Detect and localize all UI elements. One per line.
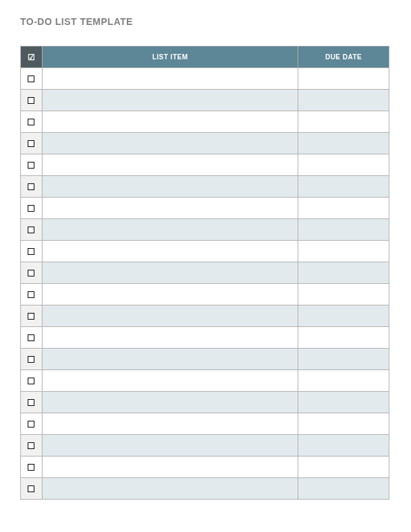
table-row	[21, 392, 389, 413]
cell-list-item[interactable]	[42, 241, 298, 262]
cell-list-item[interactable]	[42, 392, 298, 413]
cell-checkbox[interactable]	[21, 68, 43, 90]
cell-list-item[interactable]	[42, 327, 298, 349]
cell-list-item[interactable]	[42, 219, 298, 241]
cell-list-item[interactable]	[42, 478, 298, 500]
cell-checkbox[interactable]	[21, 478, 43, 500]
cell-list-item[interactable]	[42, 262, 298, 284]
table-row	[21, 219, 389, 241]
table-row	[21, 68, 389, 90]
cell-checkbox[interactable]	[21, 327, 43, 349]
cell-due-date[interactable]	[298, 241, 389, 262]
cell-list-item[interactable]	[42, 176, 298, 198]
checkbox-icon[interactable]	[28, 97, 34, 104]
cell-due-date[interactable]	[298, 176, 389, 198]
checkbox-icon[interactable]	[28, 356, 34, 363]
cell-due-date[interactable]	[298, 435, 389, 456]
cell-checkbox[interactable]	[21, 305, 43, 327]
checkbox-icon[interactable]	[28, 421, 34, 427]
cell-due-date[interactable]	[298, 349, 389, 370]
cell-checkbox[interactable]	[21, 198, 43, 219]
cell-due-date[interactable]	[298, 327, 389, 349]
cell-due-date[interactable]	[298, 198, 389, 219]
cell-due-date[interactable]	[298, 413, 389, 435]
cell-checkbox[interactable]	[21, 456, 43, 478]
checkbox-icon[interactable]	[28, 399, 34, 406]
checkbox-icon[interactable]	[28, 291, 34, 298]
cell-list-item[interactable]	[42, 456, 298, 478]
checkbox-icon[interactable]	[28, 378, 34, 384]
checkbox-icon[interactable]	[28, 183, 34, 190]
cell-list-item[interactable]	[42, 349, 298, 370]
cell-list-item[interactable]	[42, 284, 298, 305]
cell-due-date[interactable]	[298, 111, 389, 133]
table-row	[21, 262, 389, 284]
checkbox-icon[interactable]	[28, 248, 34, 255]
cell-checkbox[interactable]	[21, 349, 43, 370]
cell-checkbox[interactable]	[21, 435, 43, 456]
checkmark-icon: ☑	[28, 53, 36, 61]
cell-due-date[interactable]	[298, 305, 389, 327]
cell-checkbox[interactable]	[21, 90, 43, 111]
cell-due-date[interactable]	[298, 154, 389, 176]
cell-checkbox[interactable]	[21, 370, 43, 392]
checkbox-icon[interactable]	[28, 334, 34, 341]
cell-list-item[interactable]	[42, 413, 298, 435]
table-row	[21, 435, 389, 456]
cell-due-date[interactable]	[298, 219, 389, 241]
cell-checkbox[interactable]	[21, 219, 43, 241]
cell-list-item[interactable]	[42, 370, 298, 392]
checkbox-icon[interactable]	[28, 162, 34, 169]
cell-checkbox[interactable]	[21, 241, 43, 262]
table-row	[21, 133, 389, 154]
checkbox-icon[interactable]	[28, 485, 34, 492]
checkbox-icon[interactable]	[28, 464, 34, 471]
cell-checkbox[interactable]	[21, 154, 43, 176]
todo-table: ☑ LIST ITEM DUE DATE	[20, 46, 389, 500]
cell-due-date[interactable]	[298, 478, 389, 500]
table-row	[21, 176, 389, 198]
checkbox-icon[interactable]	[28, 442, 34, 449]
cell-checkbox[interactable]	[21, 133, 43, 154]
cell-due-date[interactable]	[298, 90, 389, 111]
cell-due-date[interactable]	[298, 456, 389, 478]
header-row: ☑ LIST ITEM DUE DATE	[21, 47, 389, 68]
cell-list-item[interactable]	[42, 435, 298, 456]
table-row	[21, 154, 389, 176]
cell-due-date[interactable]	[298, 68, 389, 90]
checkbox-icon[interactable]	[28, 76, 34, 82]
table-row	[21, 327, 389, 349]
cell-list-item[interactable]	[42, 111, 298, 133]
cell-checkbox[interactable]	[21, 392, 43, 413]
header-due-date: DUE DATE	[298, 47, 389, 68]
cell-checkbox[interactable]	[21, 413, 43, 435]
table-row	[21, 456, 389, 478]
checkbox-icon[interactable]	[28, 313, 34, 320]
checkbox-icon[interactable]	[28, 205, 34, 212]
table-row	[21, 478, 389, 500]
cell-checkbox[interactable]	[21, 284, 43, 305]
cell-due-date[interactable]	[298, 262, 389, 284]
cell-list-item[interactable]	[42, 154, 298, 176]
table-row	[21, 305, 389, 327]
checkbox-icon[interactable]	[28, 227, 34, 233]
cell-due-date[interactable]	[298, 392, 389, 413]
checkbox-icon[interactable]	[28, 270, 34, 276]
cell-due-date[interactable]	[298, 370, 389, 392]
cell-checkbox[interactable]	[21, 262, 43, 284]
page-title: TO-DO LIST TEMPLATE	[20, 16, 391, 27]
cell-due-date[interactable]	[298, 284, 389, 305]
cell-list-item[interactable]	[42, 68, 298, 90]
checkbox-icon[interactable]	[28, 119, 34, 125]
cell-due-date[interactable]	[298, 133, 389, 154]
cell-list-item[interactable]	[42, 198, 298, 219]
checkbox-icon[interactable]	[28, 140, 34, 147]
cell-list-item[interactable]	[42, 305, 298, 327]
cell-list-item[interactable]	[42, 133, 298, 154]
table-row	[21, 349, 389, 370]
cell-checkbox[interactable]	[21, 176, 43, 198]
cell-list-item[interactable]	[42, 90, 298, 111]
cell-checkbox[interactable]	[21, 111, 43, 133]
header-list-item: LIST ITEM	[42, 47, 298, 68]
table-row	[21, 198, 389, 219]
